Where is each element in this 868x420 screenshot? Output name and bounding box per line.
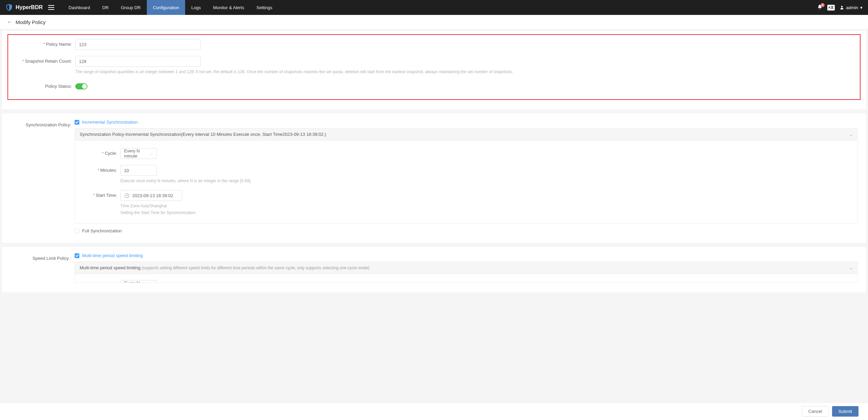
page-title: Modify Policy bbox=[16, 19, 45, 25]
nav-group-dr[interactable]: Group DR bbox=[115, 0, 147, 15]
nav-logs[interactable]: Logs bbox=[185, 0, 207, 15]
sync-policy-panel: Synchronization Policy: Incremental Sync… bbox=[2, 113, 866, 243]
incremental-collapse-title: Synchronization Policy-Incremental Synch… bbox=[80, 132, 326, 137]
minutes-hint: Execute once every N minutes, where N is… bbox=[120, 178, 849, 184]
caret-down-icon: ▾ bbox=[860, 5, 863, 10]
nav-dashboard[interactable]: Dashboard bbox=[62, 0, 96, 15]
brand-name: HyperBDR bbox=[16, 4, 43, 10]
policy-status-toggle[interactable] bbox=[75, 83, 87, 89]
cycle-select[interactable]: Every N minute ⌄ bbox=[120, 148, 157, 159]
start-time-hint: Setting the Start Time for Synchronizati… bbox=[120, 210, 849, 216]
nav-items: Dashboard DR Group DR Configuration Logs… bbox=[62, 0, 278, 15]
speed-limit-panel: Speed Limit Policy : Multi-time period s… bbox=[2, 247, 866, 292]
chevron-down-icon: ⌄ bbox=[849, 132, 853, 137]
minutes-input[interactable] bbox=[120, 165, 157, 176]
timezone-hint: Time Zone Asia/Shanghai bbox=[120, 203, 849, 209]
chevron-down-icon: ⌄ bbox=[849, 266, 853, 270]
notification-count-badge: 0 bbox=[821, 3, 825, 7]
start-time-value: 2023-09-13 18:39:02 bbox=[132, 193, 173, 198]
chevron-down-icon: ⌄ bbox=[150, 151, 153, 156]
brand-logo[interactable]: HyperBDR bbox=[5, 4, 43, 11]
shield-icon bbox=[5, 4, 13, 11]
speed-cycle-select[interactable]: Every N days ⌄ bbox=[120, 280, 157, 283]
minutes-row: *Minutes: Execute once every N minutes, … bbox=[83, 165, 849, 184]
snapshot-retain-label: *Snapshot Retain Count: bbox=[11, 56, 75, 67]
policy-basics-panel: *Policy Name: *Snapshot Retain Count: Th… bbox=[2, 31, 866, 109]
policy-status-label: Policy Status: bbox=[11, 81, 75, 92]
cycle-row: *Cycle: Every N minute ⌄ bbox=[83, 148, 849, 159]
user-menu[interactable]: admin ▾ bbox=[840, 5, 863, 10]
cycle-select-value: Every N minute bbox=[124, 148, 150, 159]
nav-monitor-alerts[interactable]: Monitor & Alerts bbox=[207, 0, 250, 15]
back-arrow-icon[interactable]: ← bbox=[7, 19, 12, 25]
speed-collapse-body: *Cycle: Every N days ⌄ bbox=[75, 274, 858, 283]
minutes-label: *Minutes: bbox=[83, 165, 120, 176]
policy-name-label: *Policy Name: bbox=[11, 39, 75, 50]
page-content: *Policy Name: *Snapshot Retain Count: Th… bbox=[0, 29, 868, 323]
policy-status-row: Policy Status: bbox=[11, 81, 857, 92]
snapshot-retain-row: *Snapshot Retain Count: The range of sna… bbox=[11, 56, 857, 75]
full-sync-label: Full Synchronization bbox=[82, 228, 122, 233]
snapshot-retain-hint: The range of snapshot quantities is an i… bbox=[75, 69, 857, 75]
multi-period-option[interactable]: Multi-time period speed limiting bbox=[75, 253, 858, 258]
speed-cycle-value: Every N days bbox=[124, 280, 150, 283]
policy-name-input[interactable] bbox=[75, 39, 201, 50]
user-icon bbox=[840, 5, 844, 10]
incremental-collapse-header[interactable]: Synchronization Policy-Incremental Synch… bbox=[75, 128, 858, 141]
cycle-label: *Cycle: bbox=[83, 148, 120, 159]
start-time-row: *Start Time: 🕒 2023-09-13 18:39:02 Time … bbox=[83, 190, 849, 216]
speed-cycle-label: *Cycle: bbox=[83, 280, 120, 283]
notifications-button[interactable]: 0 bbox=[817, 4, 823, 11]
menu-toggle-icon[interactable] bbox=[48, 5, 54, 10]
multi-period-checkbox[interactable] bbox=[75, 253, 79, 258]
speed-limit-row: Speed Limit Policy : Multi-time period s… bbox=[10, 253, 858, 283]
incremental-sync-checkbox[interactable] bbox=[75, 120, 79, 125]
breadcrumb: ← Modify Policy bbox=[0, 15, 868, 29]
sync-policy-label: Synchronization Policy: bbox=[10, 120, 75, 130]
start-time-picker[interactable]: 🕒 2023-09-13 18:39:02 bbox=[120, 190, 182, 201]
svg-point-0 bbox=[841, 6, 843, 7]
nav-right: 0 A文 admin ▾ bbox=[817, 4, 863, 11]
incremental-sync-option[interactable]: Incremental Synchronization bbox=[75, 120, 858, 125]
nav-settings[interactable]: Settings bbox=[250, 0, 278, 15]
clock-icon: 🕒 bbox=[124, 193, 130, 198]
nav-dr[interactable]: DR bbox=[96, 0, 115, 15]
nav-configuration[interactable]: Configuration bbox=[147, 0, 185, 15]
full-sync-checkbox[interactable] bbox=[75, 229, 79, 233]
snapshot-retain-input[interactable] bbox=[75, 56, 201, 67]
full-sync-option[interactable]: Full Synchronization bbox=[75, 228, 858, 233]
multi-period-label: Multi-time period speed limiting bbox=[82, 253, 143, 258]
incremental-collapse-body: *Cycle: Every N minute ⌄ *Minutes: E bbox=[75, 141, 858, 224]
speed-cycle-row: *Cycle: Every N days ⌄ bbox=[83, 280, 849, 283]
policy-name-row: *Policy Name: bbox=[11, 39, 857, 50]
speed-collapse-title: Multi-time period speed limiting (suppor… bbox=[80, 265, 370, 270]
user-name: admin bbox=[846, 5, 858, 10]
speed-collapse-header[interactable]: Multi-time period speed limiting (suppor… bbox=[75, 261, 858, 274]
language-switch[interactable]: A文 bbox=[827, 5, 835, 10]
incremental-sync-label: Incremental Synchronization bbox=[82, 120, 138, 125]
start-time-label: *Start Time: bbox=[83, 190, 120, 201]
top-navigation: HyperBDR Dashboard DR Group DR Configura… bbox=[0, 0, 868, 15]
sync-policy-row: Synchronization Policy: Incremental Sync… bbox=[10, 120, 858, 233]
speed-limit-label: Speed Limit Policy : bbox=[10, 253, 75, 264]
